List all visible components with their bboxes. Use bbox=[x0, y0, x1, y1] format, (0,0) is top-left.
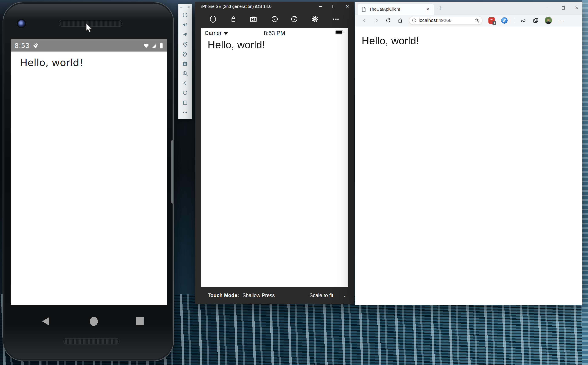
phone-front-camera bbox=[18, 20, 25, 27]
ios-greeting-text: Hello, world! bbox=[208, 39, 348, 51]
volume-down-button[interactable] bbox=[180, 30, 190, 39]
camera-icon bbox=[250, 15, 257, 23]
close-button[interactable]: ✕ bbox=[345, 4, 350, 9]
zoom-in-icon bbox=[182, 70, 188, 77]
emulator-back-button[interactable] bbox=[180, 78, 190, 88]
ios-simulator-window: iPhone SE (2nd generation) iOS 14.0 ✕ bbox=[195, 2, 354, 304]
rotate-right-icon bbox=[182, 51, 188, 57]
back-button[interactable] bbox=[362, 18, 367, 23]
sim-rotate-left-button[interactable] bbox=[269, 13, 279, 25]
carrier-label: Carrier bbox=[205, 30, 222, 36]
back-triangle-icon bbox=[182, 80, 188, 86]
close-button[interactable]: × bbox=[188, 6, 190, 9]
close-button[interactable]: ✕ bbox=[575, 5, 579, 11]
rotate-right-icon bbox=[291, 15, 298, 23]
refresh-button[interactable] bbox=[385, 18, 391, 23]
phone-side-button bbox=[171, 140, 174, 204]
battery-icon bbox=[160, 42, 163, 49]
profile-avatar[interactable] bbox=[545, 17, 552, 24]
emulator-overview-button[interactable] bbox=[180, 98, 190, 107]
camera-icon bbox=[182, 61, 188, 67]
forward-button[interactable] bbox=[374, 18, 379, 23]
settings-notification-icon bbox=[33, 42, 39, 49]
rotate-left-button[interactable] bbox=[180, 39, 190, 49]
desktop: { "android": { "status_bar": { "time": "… bbox=[0, 0, 588, 365]
android-greeting-text: Hello, world! bbox=[20, 57, 83, 68]
screenshot-button[interactable] bbox=[180, 59, 190, 69]
password-extension-button[interactable]: ••• 1 bbox=[488, 17, 495, 24]
maximize-button[interactable] bbox=[332, 5, 335, 8]
sim-settings-button[interactable] bbox=[310, 13, 320, 25]
favorites-star-lines-icon bbox=[520, 18, 527, 23]
url-host: localhost bbox=[419, 18, 437, 23]
emulator-home-button[interactable] bbox=[180, 88, 190, 98]
volume-down-icon bbox=[182, 31, 188, 37]
android-back-button[interactable] bbox=[42, 317, 49, 325]
home-circle-icon bbox=[182, 90, 188, 96]
address-bar[interactable]: localhost:49266 bbox=[409, 16, 482, 24]
toolbar-divider bbox=[514, 17, 514, 23]
wallpaper-water-right bbox=[582, 0, 588, 365]
maximize-button[interactable] bbox=[562, 6, 565, 10]
zoom-button[interactable] bbox=[180, 69, 190, 78]
url-port: :49266 bbox=[437, 18, 451, 23]
browser-window: TheCatApiClient ✕ + ✕ bbox=[355, 2, 582, 305]
lock-icon bbox=[230, 15, 237, 23]
window-title: iPhone SE (2nd generation) iOS 14.0 bbox=[201, 4, 271, 9]
wifi-icon bbox=[143, 43, 149, 48]
touch-mode-value: Shallow Press bbox=[243, 292, 275, 298]
collections-icon bbox=[533, 18, 538, 23]
mouse-cursor bbox=[85, 23, 93, 34]
rotate-left-icon bbox=[270, 15, 278, 23]
android-home-button[interactable] bbox=[90, 317, 98, 326]
tab-close-button[interactable]: ✕ bbox=[425, 6, 430, 12]
volume-up-icon bbox=[182, 22, 188, 28]
favorite-star-button[interactable] bbox=[474, 18, 480, 23]
android-nav-bar bbox=[11, 313, 167, 330]
home-button[interactable] bbox=[397, 18, 403, 23]
ios-device-screen: Carrier 8:53 PM Hello, world! bbox=[201, 28, 348, 287]
favorites-hub-button[interactable] bbox=[520, 18, 527, 23]
cursor-arrow-icon bbox=[85, 23, 93, 33]
browser-greeting-text: Hello, world! bbox=[362, 35, 419, 47]
star-add-icon bbox=[474, 18, 480, 23]
settings-gear-icon bbox=[311, 15, 319, 23]
more-dots-icon bbox=[182, 109, 188, 115]
scale-to-fit-dropdown[interactable]: Scale to fit ⌄ bbox=[310, 291, 347, 300]
power-button[interactable] bbox=[180, 10, 190, 20]
home-circle-icon bbox=[209, 15, 216, 23]
extension-badge: 1 bbox=[493, 21, 496, 25]
scale-to-fit-label: Scale to fit bbox=[310, 292, 333, 298]
url-text[interactable]: localhost:49266 bbox=[419, 18, 472, 23]
minimize-button[interactable] bbox=[319, 6, 322, 7]
volume-up-button[interactable] bbox=[180, 20, 190, 30]
chevron-down-icon: ⌄ bbox=[343, 294, 347, 297]
android-clock: 8:53 bbox=[14, 42, 30, 49]
ios-simulator-toolbar bbox=[195, 11, 354, 28]
minimize-button[interactable] bbox=[548, 8, 551, 8]
sim-screenshot-button[interactable] bbox=[248, 13, 258, 25]
sim-lock-button[interactable] bbox=[228, 13, 238, 25]
ios-status-bar: Carrier 8:53 PM bbox=[201, 28, 348, 37]
rotate-left-icon bbox=[182, 41, 188, 47]
tab-thecatapiclient[interactable]: TheCatApiClient ✕ bbox=[358, 4, 434, 15]
blue-extension-button[interactable] bbox=[501, 17, 507, 24]
overview-square-icon bbox=[182, 100, 188, 106]
home-icon bbox=[397, 18, 403, 23]
new-tab-button[interactable]: + bbox=[438, 4, 442, 12]
phone-bottom-speaker bbox=[64, 339, 119, 344]
minimize-button[interactable]: – bbox=[180, 6, 182, 9]
ios-simulator-titlebar: iPhone SE (2nd generation) iOS 14.0 ✕ bbox=[195, 2, 354, 11]
emulator-toolbar: – × bbox=[178, 4, 192, 119]
android-overview-button[interactable] bbox=[136, 317, 144, 325]
sim-more-button[interactable] bbox=[331, 13, 341, 25]
rotate-right-button[interactable] bbox=[180, 49, 190, 59]
ios-simulator-footer: Touch Mode: Shallow Press Scale to fit ⌄ bbox=[195, 287, 354, 304]
collections-button[interactable] bbox=[533, 18, 538, 23]
sim-rotate-right-button[interactable] bbox=[290, 13, 300, 25]
power-icon bbox=[182, 12, 188, 18]
site-info-icon[interactable] bbox=[412, 18, 417, 23]
sim-home-button[interactable] bbox=[208, 13, 218, 25]
android-screen: 8:53 bbox=[11, 39, 167, 305]
emulator-more-button[interactable] bbox=[180, 107, 190, 117]
